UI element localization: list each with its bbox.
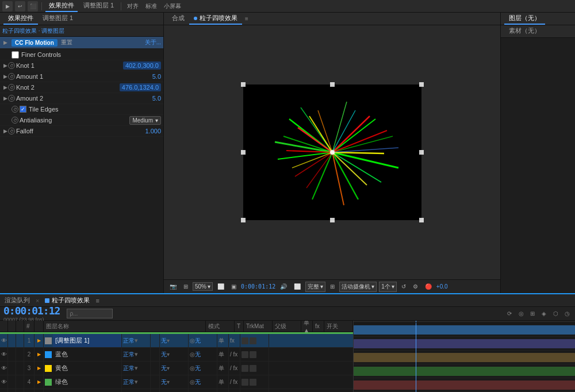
tl-icon-1[interactable]: ⟳ <box>505 309 514 318</box>
layer2-name[interactable]: 蓝色 <box>53 348 122 361</box>
layer2-solo[interactable] <box>8 348 16 361</box>
layer1-lock[interactable] <box>16 334 24 347</box>
layer1-mode-val[interactable]: 正常 <box>123 337 135 345</box>
layer3-play[interactable]: ▶ <box>34 362 44 375</box>
tab-effects-controls[interactable]: 效果控件 <box>45 0 78 12</box>
layer5-vis[interactable]: 👁 <box>0 389 8 392</box>
tl-icon-4[interactable]: ◈ <box>539 309 549 318</box>
amount2-expand[interactable]: ▶ <box>2 95 8 101</box>
sw4-2[interactable] <box>250 379 256 386</box>
handle-mid-right[interactable] <box>419 150 424 155</box>
layer2-lock[interactable] <box>16 348 24 361</box>
amount2-value[interactable]: 5.0 <box>152 95 161 102</box>
layer4-vis[interactable]: 👁 <box>0 375 8 389</box>
viewer-btn-audio[interactable]: 🔊 <box>278 282 289 291</box>
tab-adjustment-layer[interactable]: 调整图层 1 <box>80 0 117 12</box>
tab-particles[interactable]: 粒子四喷效果 <box>189 13 242 25</box>
timeline-search-input[interactable] <box>67 309 113 318</box>
handle-top-left[interactable] <box>241 82 246 87</box>
knot1-value[interactable]: 402.0,300.0 <box>123 62 161 70</box>
layer5-name[interactable]: 红色 <box>53 389 122 392</box>
tab-footage-none[interactable]: 素材（无） <box>504 25 545 37</box>
layer4-lock[interactable] <box>16 375 24 389</box>
aa-stopwatch[interactable]: ⏱ <box>12 117 18 124</box>
layer1-play[interactable]: ▶ <box>34 334 44 347</box>
handle-mid-top[interactable] <box>330 82 335 87</box>
reset-button[interactable]: 重置 <box>61 39 72 47</box>
layer4-fx[interactable]: / fx <box>229 375 240 389</box>
tab-layers-none[interactable]: 图层（无） <box>504 13 545 25</box>
viewer-btn-fit[interactable]: ⬜ <box>215 282 227 291</box>
layer4-mode-val[interactable]: 正常 <box>123 378 135 386</box>
layer1-fx[interactable]: fx <box>229 334 240 347</box>
handle-mid-left[interactable] <box>241 150 246 155</box>
toolbar-icon-2[interactable]: ↩ <box>15 1 25 11</box>
quality-dropdown[interactable]: 完整 ▾ <box>305 282 325 292</box>
knot1-stopwatch[interactable]: ⏱ <box>8 62 15 69</box>
tl-icon-3[interactable]: ⊞ <box>528 309 537 318</box>
tab-effects[interactable]: 效果控件 <box>3 13 38 25</box>
layer5-fx[interactable]: / fx <box>229 389 240 392</box>
tab-composition[interactable]: 合成 <box>167 13 189 25</box>
layer2-fx[interactable]: / fx <box>229 348 240 361</box>
sw1-1[interactable] <box>241 337 248 344</box>
about-button[interactable]: 关于... <box>145 39 161 47</box>
sw1-2[interactable] <box>250 337 256 344</box>
amount1-value[interactable]: 5.0 <box>152 73 161 80</box>
sw2-2[interactable] <box>250 351 256 358</box>
layer2-trkmat-val[interactable]: 无 <box>161 351 167 359</box>
falloff-value[interactable]: 1.000 <box>145 128 161 134</box>
tl-bar-1[interactable] <box>354 325 575 335</box>
zoom-dropdown[interactable]: 50% ▾ <box>193 282 213 291</box>
camera-dropdown[interactable]: 活动摄像机 ▾ <box>339 282 377 292</box>
knot1-expand[interactable]: ▶ <box>2 63 8 68</box>
layer4-trkmat-val[interactable]: 无 <box>161 378 167 386</box>
toolbar-icon-3[interactable]: ⬛ <box>28 1 38 11</box>
tl-bar-3[interactable] <box>354 353 575 362</box>
breadcrumb-comp[interactable]: 粒子四喷效果 · 调整图层 <box>2 27 64 35</box>
tab-adj-layer[interactable]: 调整图层 1 <box>38 13 78 25</box>
layer1-solo[interactable] <box>8 334 16 347</box>
viewer-btn-render[interactable]: 🔴 <box>423 282 434 291</box>
knot2-expand[interactable]: ▶ <box>2 84 8 90</box>
tl-bar-2[interactable] <box>354 339 575 348</box>
tl-bar-4[interactable] <box>354 367 575 376</box>
layer3-name[interactable]: 黄色 <box>53 362 122 375</box>
comp-tab-name[interactable]: 粒子四喷效果 <box>52 296 90 305</box>
layer2-play[interactable]: ▶ <box>34 348 44 361</box>
layer4-play[interactable]: ▶ <box>34 375 44 389</box>
viewer-btn-snapshot[interactable]: 📷 <box>167 282 179 291</box>
handle-mid-bottom[interactable] <box>330 218 335 222</box>
layer3-trkmat-val[interactable]: 无 <box>161 364 167 372</box>
layer5-play[interactable]: ▶ <box>34 389 44 392</box>
layer2-vis[interactable]: 👁 <box>0 348 8 361</box>
current-time-display[interactable]: 0:00:01:12 <box>3 305 60 317</box>
plugin-expand-arrow[interactable]: ▶ <box>2 40 8 45</box>
layer3-lock[interactable] <box>16 362 24 375</box>
layer3-mode-val[interactable]: 正常 <box>123 364 135 372</box>
aa-dropdown[interactable]: Medium ▾ <box>129 116 161 125</box>
layer5-solo[interactable] <box>8 389 16 392</box>
layer1-parent-val[interactable]: 无 <box>195 337 201 345</box>
layer1-vis[interactable]: 👁 <box>0 334 8 347</box>
tile-edges-checkbox[interactable]: ✓ <box>20 106 26 113</box>
tl-icon-6[interactable]: ◷ <box>562 309 572 318</box>
layer3-parent-val[interactable]: 无 <box>195 364 201 372</box>
layer4-name[interactable]: 绿色 <box>53 375 122 389</box>
comp-tab-menu[interactable]: ≡ <box>95 297 99 304</box>
knot2-stopwatch[interactable]: ⏱ <box>8 84 15 91</box>
viewer-menu-icon[interactable]: ≡ <box>242 14 251 24</box>
tl-bar-5[interactable] <box>354 381 575 390</box>
layer5-lock[interactable] <box>16 389 24 392</box>
handle-bottom-left[interactable] <box>241 218 246 222</box>
handle-bottom-right[interactable] <box>419 218 424 222</box>
tile-stopwatch[interactable]: ⏱ <box>12 106 18 113</box>
layer3-fx[interactable]: / fx <box>229 362 240 375</box>
layer3-vis[interactable]: 👁 <box>0 362 8 375</box>
layer2-parent-val[interactable]: 无 <box>195 351 201 359</box>
amount1-stopwatch[interactable]: ⏱ <box>8 73 15 80</box>
falloff-expand[interactable]: ▶ <box>2 128 8 134</box>
sw2-1[interactable] <box>241 351 248 358</box>
layer3-solo[interactable] <box>8 362 16 375</box>
viewer-btn-x[interactable]: ⊞ <box>328 282 337 291</box>
